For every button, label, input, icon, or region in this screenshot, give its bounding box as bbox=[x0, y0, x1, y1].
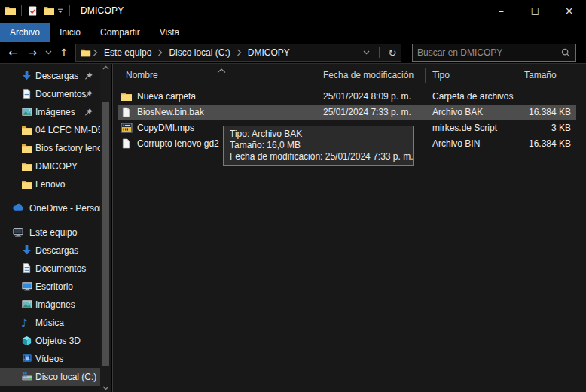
breadcrumb-item-disco-local-c[interactable]: Disco local (C:) bbox=[163, 47, 235, 58]
sidebar-item-label: Escritorio bbox=[35, 281, 73, 292]
breadcrumb-separator-icon bbox=[236, 49, 243, 56]
breadcrumb-folder-icon bbox=[80, 47, 92, 59]
titlebar-separator bbox=[69, 5, 70, 16]
maximize-button[interactable]: □ bbox=[518, 0, 552, 21]
file-type: Archivo BAK bbox=[432, 107, 483, 117]
sidebar-item-descargas[interactable]: Descargas bbox=[0, 67, 111, 85]
sidebar-item-label: Objetos 3D bbox=[35, 336, 81, 346]
ribbon-tabs: ArchivoInicioCompartirVista bbox=[0, 23, 189, 42]
sidebar-item-m-sica[interactable]: ♪Música bbox=[0, 314, 111, 332]
sidebar-scrollbar-thumb[interactable] bbox=[102, 102, 109, 366]
sidebar-item-04-lcfc-nm-d5[interactable]: 04 LCFC NM-D5 bbox=[0, 121, 111, 139]
app-folder-icon bbox=[5, 5, 17, 17]
file-type: Archivo BIN bbox=[432, 138, 480, 149]
tooltip-line: Fecha de modificación: 25/01/2024 7:33 p… bbox=[230, 151, 407, 163]
recent-locations-icon[interactable] bbox=[42, 50, 54, 55]
cloud-icon bbox=[12, 202, 24, 214]
file-size: 16.384 KB bbox=[529, 107, 571, 117]
file-name: Nueva carpeta bbox=[137, 91, 196, 102]
breadcrumb-item-dmicopy[interactable]: DMICOPY bbox=[243, 47, 295, 58]
folder-icon bbox=[21, 178, 33, 190]
address-separator bbox=[379, 47, 380, 58]
sidebar-item-label: OneDrive - Person bbox=[29, 203, 104, 214]
pin-icon bbox=[84, 90, 93, 99]
sidebar-item-lenovo[interactable]: Lenovo bbox=[0, 175, 111, 193]
documents-icon bbox=[21, 88, 33, 100]
properties-icon[interactable] bbox=[26, 5, 38, 17]
minimize-button[interactable]: – bbox=[484, 0, 518, 21]
sidebar-item-documentos[interactable]: Documentos bbox=[0, 260, 111, 278]
sidebar-item-label: Imágenes bbox=[35, 107, 75, 117]
sidebar-item-label: Vídeos bbox=[35, 354, 63, 364]
refresh-icon[interactable]: ↻ bbox=[384, 44, 401, 61]
new-folder-icon[interactable] bbox=[43, 5, 55, 17]
file-row-nueva-carpeta[interactable]: Nueva carpeta25/01/2024 8:09 p. m.Carpet… bbox=[118, 89, 576, 105]
sidebar-item-label: Descargas bbox=[35, 71, 78, 81]
desktop-icon bbox=[21, 281, 33, 293]
column-separator[interactable] bbox=[517, 68, 517, 83]
sidebar-item-label: Este equipo bbox=[29, 227, 77, 238]
sidebar-item-objetos-3d[interactable]: Objetos 3D bbox=[0, 332, 111, 350]
file-row-biosnew-bin-bak[interactable]: BiosNew.bin.bak25/01/2024 7:33 p. m.Arch… bbox=[118, 105, 576, 120]
sidebar-item-v-deos[interactable]: Vídeos bbox=[0, 350, 111, 368]
tooltip-line: Tipo: Archivo BAK bbox=[230, 129, 407, 140]
sidebar-item-dmicopy[interactable]: DMICOPY bbox=[0, 157, 111, 175]
tooltip-line: Tamaño: 16,0 MB bbox=[230, 140, 407, 151]
tab-archivo[interactable]: Archivo bbox=[0, 23, 50, 42]
sidebar-item-label: Bios factory leno bbox=[35, 143, 102, 153]
pin-icon bbox=[84, 108, 93, 117]
sidebar-item-label: Lenovo bbox=[35, 179, 65, 190]
sidebar-scrollbar[interactable] bbox=[100, 64, 111, 392]
tab-inicio[interactable]: Inicio bbox=[50, 23, 90, 42]
nav-buttons: ← → ↑ bbox=[3, 42, 74, 63]
file-date: 25/01/2024 7:33 p. m. bbox=[323, 107, 411, 117]
sidebar-item-onedrive-person[interactable]: OneDrive - Person bbox=[0, 199, 111, 217]
sidebar-item-este-equipo[interactable]: Este equipo bbox=[0, 223, 111, 242]
search-input[interactable] bbox=[413, 47, 556, 58]
sidebar-item-label: DMICOPY bbox=[35, 161, 78, 172]
column-header-fecha[interactable]: Fecha de modificación bbox=[323, 70, 414, 81]
pictures-icon bbox=[21, 299, 33, 311]
window-controls: – □ × bbox=[484, 0, 586, 21]
address-bar[interactable]: Este equipoDisco local (C:)DMICOPY ↻ bbox=[75, 44, 401, 62]
sidebar-item-descargas[interactable]: Descargas bbox=[0, 242, 111, 260]
sidebar-item-im-genes[interactable]: Imágenes bbox=[0, 103, 111, 121]
tab-compartir[interactable]: Compartir bbox=[90, 23, 150, 42]
file-list-pane: Nombre Fecha de modificación Tipo Tamaño… bbox=[112, 64, 586, 392]
forward-button[interactable]: → bbox=[23, 47, 42, 59]
sidebar-item-escritorio[interactable]: Escritorio bbox=[0, 278, 111, 296]
close-button[interactable]: × bbox=[552, 0, 586, 21]
column-separator[interactable] bbox=[425, 68, 426, 83]
sidebar-item-disco-local-c[interactable]: Disco local (C:) bbox=[0, 368, 111, 386]
sidebar-scroll-up-icon[interactable] bbox=[100, 65, 111, 70]
file-icon bbox=[121, 106, 133, 118]
sidebar-item-label: 04 LCFC NM-D5 bbox=[35, 125, 102, 135]
sidebar-item-label: Documentos bbox=[35, 89, 86, 99]
column-separator[interactable] bbox=[319, 68, 319, 83]
file-explorer-window: DMICOPY – □ × ArchivoInicioCompartirVist… bbox=[0, 0, 586, 392]
column-header-nombre[interactable]: Nombre bbox=[126, 70, 158, 81]
folder-icon bbox=[21, 124, 33, 136]
file-name: BiosNew.bin.bak bbox=[137, 107, 204, 117]
computer-icon bbox=[12, 226, 24, 239]
quick-access-customize-icon[interactable] bbox=[55, 6, 65, 16]
back-button[interactable]: ← bbox=[3, 47, 23, 59]
titlebar-separator bbox=[21, 5, 22, 16]
cube-icon bbox=[21, 335, 33, 347]
search-icon[interactable] bbox=[556, 47, 575, 58]
window-title: DMICOPY bbox=[81, 5, 124, 16]
folder-icon bbox=[121, 90, 133, 102]
tab-vista[interactable]: Vista bbox=[150, 23, 189, 42]
sidebar-scroll-down-icon[interactable] bbox=[100, 386, 111, 390]
column-header-tipo[interactable]: Tipo bbox=[432, 70, 450, 81]
drive-icon bbox=[21, 371, 33, 383]
up-button[interactable]: ↑ bbox=[54, 47, 74, 59]
sidebar-item-im-genes[interactable]: Imágenes bbox=[0, 296, 111, 314]
column-header-tamano[interactable]: Tamaño bbox=[524, 70, 557, 81]
breadcrumb-item-este-equipo[interactable]: Este equipo bbox=[99, 47, 157, 58]
file-tooltip: Tipo: Archivo BAKTamaño: 16,0 MBFecha de… bbox=[223, 126, 414, 166]
sidebar-item-documentos[interactable]: Documentos bbox=[0, 85, 111, 103]
sidebar-item-bios-factory-leno[interactable]: Bios factory leno bbox=[0, 139, 111, 157]
folder-icon bbox=[21, 142, 33, 154]
address-dropdown-icon[interactable] bbox=[358, 44, 374, 61]
